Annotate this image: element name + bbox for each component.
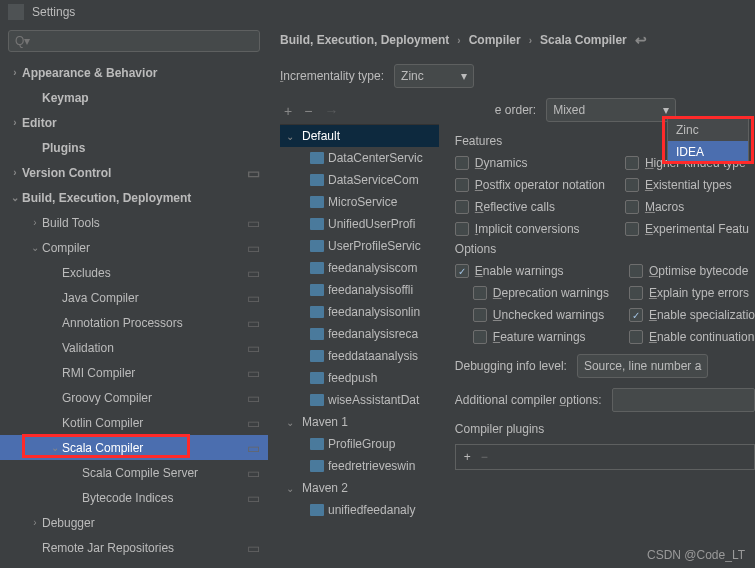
checkbox-icon[interactable] xyxy=(629,264,643,278)
sidebar-item[interactable]: Groovy Compiler▭ xyxy=(0,385,268,410)
sidebar-item[interactable]: ›Editor xyxy=(0,110,268,135)
checkbox-row[interactable]: Optimise bytecode xyxy=(629,264,755,278)
expand-icon[interactable]: › xyxy=(8,67,22,78)
expand-icon[interactable]: › xyxy=(8,117,22,128)
sidebar-item[interactable]: Remote Jar Repositories▭ xyxy=(0,535,268,560)
sidebar-item[interactable]: Keymap xyxy=(0,85,268,110)
module-group[interactable]: ⌄Default xyxy=(280,125,439,147)
crumb[interactable]: Build, Execution, Deployment xyxy=(280,33,449,47)
module-item[interactable]: feedanalysisonlin xyxy=(280,301,439,323)
checkbox-icon[interactable] xyxy=(455,178,469,192)
checkbox-icon[interactable] xyxy=(455,156,469,170)
module-item[interactable]: ProfileGroup xyxy=(280,433,439,455)
sidebar-item[interactable]: ⌄Build, Execution, Deployment xyxy=(0,185,268,210)
checkbox-row[interactable]: ✓Enable warnings xyxy=(455,264,609,278)
crumb[interactable]: Scala Compiler xyxy=(540,33,627,47)
sidebar-item[interactable]: Annotation Processors▭ xyxy=(0,310,268,335)
checkbox-row[interactable]: Macros xyxy=(625,200,749,214)
checkbox-row[interactable]: Explain type errors xyxy=(629,286,755,300)
module-label: feedanalysisreca xyxy=(328,327,418,341)
checkbox-icon[interactable] xyxy=(629,330,643,344)
checkbox-icon[interactable] xyxy=(455,200,469,214)
checkbox-icon[interactable] xyxy=(625,156,639,170)
reset-icon[interactable]: ↩ xyxy=(635,32,647,48)
sidebar-item[interactable]: RMI Compiler▭ xyxy=(0,360,268,385)
add-icon[interactable]: + xyxy=(464,450,471,464)
sidebar-item[interactable]: Plugins xyxy=(0,135,268,160)
sidebar-item[interactable]: Bytecode Indices▭ xyxy=(0,485,268,510)
sidebar-item[interactable]: ›Version Control▭ xyxy=(0,160,268,185)
incrementality-combo[interactable]: Zinc ▾ xyxy=(394,64,474,88)
checkbox-icon[interactable] xyxy=(473,286,487,300)
checkbox-icon[interactable] xyxy=(455,222,469,236)
checkbox-icon[interactable] xyxy=(625,222,639,236)
module-item[interactable]: feedanalysiscom xyxy=(280,257,439,279)
module-item[interactable]: feedretrieveswin xyxy=(280,455,439,477)
checkbox-row[interactable]: Enable continuation xyxy=(629,330,755,344)
sidebar-item[interactable]: Excludes▭ xyxy=(0,260,268,285)
remove-icon[interactable]: − xyxy=(481,450,488,464)
checkbox-row[interactable]: ✓Enable specializatio xyxy=(629,308,755,322)
expand-icon[interactable]: ⌄ xyxy=(8,192,22,203)
sidebar-item[interactable]: Scala Compile Server▭ xyxy=(0,460,268,485)
search-input[interactable] xyxy=(8,30,260,52)
dropdown-option-zinc[interactable]: Zinc xyxy=(668,119,748,141)
module-item[interactable]: UnifiedUserProfi xyxy=(280,213,439,235)
checkbox-row[interactable]: Unchecked warnings xyxy=(473,308,609,322)
checkbox-icon[interactable] xyxy=(473,308,487,322)
checkbox-row[interactable]: Existential types xyxy=(625,178,749,192)
additional-options-input[interactable] xyxy=(612,388,755,412)
checkbox-icon[interactable] xyxy=(625,200,639,214)
checkbox-icon[interactable]: ✓ xyxy=(629,308,643,322)
sidebar-item[interactable]: ›Appearance & Behavior xyxy=(0,60,268,85)
module-item[interactable]: feedpush xyxy=(280,367,439,389)
add-icon[interactable]: + xyxy=(284,103,292,119)
module-group[interactable]: ⌄Maven 2 xyxy=(280,477,439,499)
expand-icon[interactable]: ⌄ xyxy=(28,242,42,253)
checkbox-row[interactable]: Implicit conversions xyxy=(455,222,605,236)
expand-icon[interactable]: › xyxy=(28,517,42,528)
dropdown-option-idea[interactable]: IDEA xyxy=(668,141,748,163)
checkbox-row[interactable]: Feature warnings xyxy=(473,330,609,344)
module-item[interactable]: feedanalysisreca xyxy=(280,323,439,345)
move-icon[interactable]: → xyxy=(324,103,338,119)
module-tree[interactable]: ⌄DefaultDataCenterServicDataServiceComMi… xyxy=(280,124,439,521)
sidebar-item[interactable]: ›Build Tools▭ xyxy=(0,210,268,235)
crumb[interactable]: Compiler xyxy=(469,33,521,47)
sidebar-item[interactable]: ⌄Scala Compiler▭ xyxy=(0,435,268,460)
sidebar-item[interactable]: ›Debugger xyxy=(0,510,268,535)
checkbox-icon[interactable] xyxy=(473,330,487,344)
compile-order-combo[interactable]: Mixed ▾ xyxy=(546,98,676,122)
sidebar-item[interactable]: ⌄Compiler▭ xyxy=(0,235,268,260)
module-item[interactable]: feedanalysisoffli xyxy=(280,279,439,301)
remove-icon[interactable]: − xyxy=(304,103,312,119)
checkbox-icon[interactable] xyxy=(629,286,643,300)
expand-icon[interactable]: ⌄ xyxy=(48,442,62,453)
checkbox-icon[interactable] xyxy=(625,178,639,192)
module-item[interactable]: DataServiceCom xyxy=(280,169,439,191)
module-item[interactable]: MicroService xyxy=(280,191,439,213)
module-group[interactable]: ⌄Maven 1 xyxy=(280,411,439,433)
expand-icon[interactable]: ⌄ xyxy=(286,131,298,142)
expand-icon[interactable]: ⌄ xyxy=(286,417,298,428)
checkbox-row[interactable]: Postfix operator notation xyxy=(455,178,605,192)
module-item[interactable]: DataCenterServic xyxy=(280,147,439,169)
expand-icon[interactable]: › xyxy=(8,167,22,178)
incrementality-dropdown[interactable]: Zinc IDEA xyxy=(667,118,749,164)
debugging-combo[interactable]: Source, line number a xyxy=(577,354,708,378)
settings-tree[interactable]: ›Appearance & BehaviorKeymap›EditorPlugi… xyxy=(0,58,268,568)
sidebar-item[interactable]: Java Compiler▭ xyxy=(0,285,268,310)
module-item[interactable]: UserProfileServic xyxy=(280,235,439,257)
checkbox-row[interactable]: Deprecation warnings xyxy=(473,286,609,300)
checkbox-row[interactable]: Experimental Featu xyxy=(625,222,749,236)
module-item[interactable]: feeddataanalysis xyxy=(280,345,439,367)
module-item[interactable]: wiseAssistantDat xyxy=(280,389,439,411)
module-item[interactable]: unifiedfeedanaly xyxy=(280,499,439,521)
checkbox-row[interactable]: Reflective calls xyxy=(455,200,605,214)
expand-icon[interactable]: ⌄ xyxy=(286,483,298,494)
sidebar-item[interactable]: Validation▭ xyxy=(0,335,268,360)
sidebar-item[interactable]: Kotlin Compiler▭ xyxy=(0,410,268,435)
expand-icon[interactable]: › xyxy=(28,217,42,228)
checkbox-row[interactable]: Dynamics xyxy=(455,156,605,170)
checkbox-icon[interactable]: ✓ xyxy=(455,264,469,278)
